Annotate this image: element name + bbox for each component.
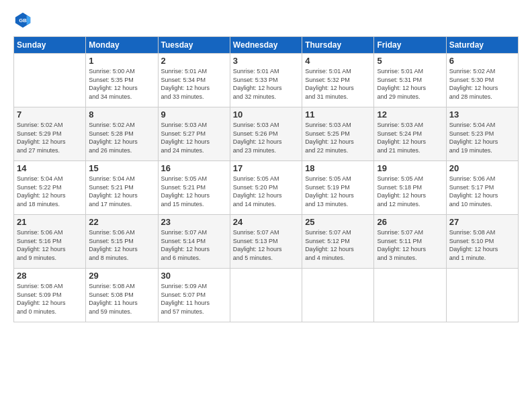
calendar-cell: 6Sunrise: 5:02 AM Sunset: 5:30 PM Daylig…	[446, 54, 518, 107]
day-info: Sunrise: 5:04 AM Sunset: 5:22 PM Dayligh…	[17, 175, 83, 208]
day-number: 26	[377, 217, 443, 227]
day-number: 12	[377, 109, 443, 120]
day-info: Sunrise: 5:03 AM Sunset: 5:24 PM Dayligh…	[377, 121, 443, 154]
day-number: 13	[449, 109, 515, 120]
day-info: Sunrise: 5:05 AM Sunset: 5:21 PM Dayligh…	[161, 175, 227, 208]
day-number: 5	[377, 56, 443, 66]
calendar-cell	[446, 269, 518, 322]
day-info: Sunrise: 5:04 AM Sunset: 5:21 PM Dayligh…	[89, 175, 154, 208]
day-number: 16	[161, 163, 227, 173]
day-number: 19	[377, 163, 443, 173]
day-info: Sunrise: 5:05 AM Sunset: 5:20 PM Dayligh…	[233, 175, 299, 208]
weekday-header-thursday: Thursday	[302, 37, 374, 54]
day-info: Sunrise: 5:08 AM Sunset: 5:10 PM Dayligh…	[449, 228, 515, 262]
calendar-cell: 2Sunrise: 5:01 AM Sunset: 5:34 PM Daylig…	[158, 54, 230, 107]
day-info: Sunrise: 5:06 AM Sunset: 5:17 PM Dayligh…	[449, 175, 515, 208]
day-info: Sunrise: 5:07 AM Sunset: 5:14 PM Dayligh…	[161, 228, 227, 262]
day-number: 10	[233, 109, 299, 120]
calendar-cell: 26Sunrise: 5:07 AM Sunset: 5:11 PM Dayli…	[374, 215, 446, 269]
weekday-header-wednesday: Wednesday	[230, 37, 302, 54]
day-number: 4	[305, 56, 371, 66]
day-info: Sunrise: 5:01 AM Sunset: 5:32 PM Dayligh…	[305, 67, 371, 101]
calendar-cell	[230, 269, 302, 322]
day-info: Sunrise: 5:01 AM Sunset: 5:33 PM Dayligh…	[233, 67, 299, 101]
day-number: 9	[161, 109, 227, 120]
calendar-cell: 22Sunrise: 5:06 AM Sunset: 5:15 PM Dayli…	[86, 215, 158, 269]
calendar-cell: 1Sunrise: 5:00 AM Sunset: 5:35 PM Daylig…	[86, 54, 158, 107]
day-info: Sunrise: 5:03 AM Sunset: 5:26 PM Dayligh…	[233, 121, 299, 154]
calendar-cell	[374, 269, 446, 322]
calendar-cell: 28Sunrise: 5:08 AM Sunset: 5:09 PM Dayli…	[14, 269, 86, 322]
day-number: 22	[89, 217, 154, 227]
day-number: 2	[161, 56, 227, 66]
calendar-cell: 7Sunrise: 5:02 AM Sunset: 5:29 PM Daylig…	[14, 107, 86, 161]
logo: GB	[13, 11, 35, 30]
day-number: 17	[233, 163, 299, 173]
day-number: 6	[449, 56, 515, 66]
calendar-week-row: 7Sunrise: 5:02 AM Sunset: 5:29 PM Daylig…	[14, 107, 519, 161]
header: GB	[13, 11, 519, 30]
day-info: Sunrise: 5:02 AM Sunset: 5:29 PM Dayligh…	[17, 121, 83, 154]
weekday-header-row: SundayMondayTuesdayWednesdayThursdayFrid…	[14, 37, 519, 54]
day-number: 24	[233, 217, 299, 227]
calendar-cell: 20Sunrise: 5:06 AM Sunset: 5:17 PM Dayli…	[446, 161, 518, 215]
day-info: Sunrise: 5:01 AM Sunset: 5:34 PM Dayligh…	[161, 67, 227, 101]
calendar-cell: 13Sunrise: 5:04 AM Sunset: 5:23 PM Dayli…	[446, 107, 518, 161]
weekday-header-sunday: Sunday	[14, 37, 86, 54]
weekday-header-saturday: Saturday	[446, 37, 518, 54]
weekday-header-tuesday: Tuesday	[158, 37, 230, 54]
day-number: 15	[89, 163, 154, 173]
day-info: Sunrise: 5:05 AM Sunset: 5:19 PM Dayligh…	[305, 175, 371, 208]
calendar-cell: 25Sunrise: 5:07 AM Sunset: 5:12 PM Dayli…	[302, 215, 374, 269]
day-info: Sunrise: 5:00 AM Sunset: 5:35 PM Dayligh…	[89, 67, 154, 101]
day-info: Sunrise: 5:02 AM Sunset: 5:30 PM Dayligh…	[449, 67, 515, 101]
calendar-cell: 23Sunrise: 5:07 AM Sunset: 5:14 PM Dayli…	[158, 215, 230, 269]
calendar-cell: 24Sunrise: 5:07 AM Sunset: 5:13 PM Dayli…	[230, 215, 302, 269]
calendar-cell: 21Sunrise: 5:06 AM Sunset: 5:16 PM Dayli…	[14, 215, 86, 269]
day-info: Sunrise: 5:04 AM Sunset: 5:23 PM Dayligh…	[449, 121, 515, 154]
calendar-cell: 14Sunrise: 5:04 AM Sunset: 5:22 PM Dayli…	[14, 161, 86, 215]
day-number: 18	[305, 163, 371, 173]
day-info: Sunrise: 5:08 AM Sunset: 5:08 PM Dayligh…	[89, 282, 154, 316]
day-number: 29	[89, 271, 154, 281]
calendar-cell: 3Sunrise: 5:01 AM Sunset: 5:33 PM Daylig…	[230, 54, 302, 107]
day-number: 28	[17, 271, 83, 281]
calendar-cell: 19Sunrise: 5:05 AM Sunset: 5:18 PM Dayli…	[374, 161, 446, 215]
calendar-cell: 30Sunrise: 5:09 AM Sunset: 5:07 PM Dayli…	[158, 269, 230, 322]
day-number: 25	[305, 217, 371, 227]
day-info: Sunrise: 5:08 AM Sunset: 5:09 PM Dayligh…	[17, 282, 83, 316]
day-number: 20	[449, 163, 515, 173]
day-number: 7	[17, 109, 83, 120]
calendar-cell: 8Sunrise: 5:02 AM Sunset: 5:28 PM Daylig…	[86, 107, 158, 161]
calendar-table: SundayMondayTuesdayWednesdayThursdayFrid…	[13, 36, 519, 322]
calendar-cell: 9Sunrise: 5:03 AM Sunset: 5:27 PM Daylig…	[158, 107, 230, 161]
day-info: Sunrise: 5:05 AM Sunset: 5:18 PM Dayligh…	[377, 175, 443, 208]
day-info: Sunrise: 5:01 AM Sunset: 5:31 PM Dayligh…	[377, 67, 443, 101]
day-info: Sunrise: 5:06 AM Sunset: 5:15 PM Dayligh…	[89, 228, 154, 262]
calendar-cell	[302, 269, 374, 322]
day-number: 1	[89, 56, 154, 66]
calendar-cell: 10Sunrise: 5:03 AM Sunset: 5:26 PM Dayli…	[230, 107, 302, 161]
day-number: 21	[17, 217, 83, 227]
day-number: 8	[89, 109, 154, 120]
svg-marker-1	[27, 15, 31, 25]
calendar-cell: 29Sunrise: 5:08 AM Sunset: 5:08 PM Dayli…	[86, 269, 158, 322]
day-info: Sunrise: 5:07 AM Sunset: 5:12 PM Dayligh…	[305, 228, 371, 262]
day-number: 27	[449, 217, 515, 227]
weekday-header-friday: Friday	[374, 37, 446, 54]
page: GB SundayMondayTuesdayWednesdayThursdayF…	[0, 0, 532, 411]
calendar-cell: 17Sunrise: 5:05 AM Sunset: 5:20 PM Dayli…	[230, 161, 302, 215]
calendar-cell: 11Sunrise: 5:03 AM Sunset: 5:25 PM Dayli…	[302, 107, 374, 161]
day-info: Sunrise: 5:07 AM Sunset: 5:13 PM Dayligh…	[233, 228, 299, 262]
weekday-header-monday: Monday	[86, 37, 158, 54]
calendar-cell	[14, 54, 86, 107]
day-number: 23	[161, 217, 227, 227]
day-number: 11	[305, 109, 371, 120]
svg-text:GB: GB	[19, 17, 27, 24]
day-info: Sunrise: 5:03 AM Sunset: 5:27 PM Dayligh…	[161, 121, 227, 154]
day-number: 30	[161, 271, 227, 281]
logo-icon: GB	[13, 11, 32, 30]
day-info: Sunrise: 5:06 AM Sunset: 5:16 PM Dayligh…	[17, 228, 83, 262]
calendar-week-row: 21Sunrise: 5:06 AM Sunset: 5:16 PM Dayli…	[14, 215, 519, 269]
day-info: Sunrise: 5:03 AM Sunset: 5:25 PM Dayligh…	[305, 121, 371, 154]
